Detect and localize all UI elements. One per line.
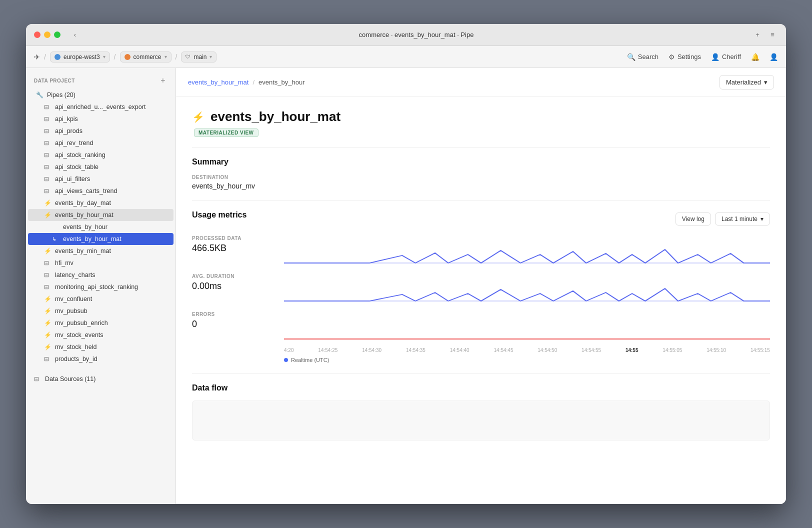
processed-data-value: 466.5KB bbox=[192, 243, 272, 254]
data-sources-icon: ⊟ bbox=[34, 376, 41, 382]
metrics-title: Usage metrics bbox=[192, 210, 246, 220]
back-button[interactable]: ‹ bbox=[70, 30, 80, 40]
x-label-11: 14:55:15 bbox=[750, 348, 770, 353]
summary-section: Summary DESTINATION events_by_hour_mv bbox=[192, 158, 770, 190]
metrics-header: Usage metrics View log Last 1 minute ▾ bbox=[192, 210, 770, 228]
x-label-9: 14:55:05 bbox=[662, 348, 682, 353]
sidebar-item-data-sources[interactable]: ⊟ Data Sources (11) bbox=[34, 373, 168, 385]
content-area: DATA PROJECT + 🔧 Pipes (20) ⊟ api_enrich… bbox=[26, 68, 786, 504]
processed-data-chart bbox=[284, 236, 770, 266]
sidebar-item-mv-pubsub[interactable]: ⚡ mv_pubsub bbox=[28, 305, 174, 317]
sidebar-item-api-prods[interactable]: ⊟ api_prods bbox=[28, 125, 174, 137]
item-label-21: mv_stock_held bbox=[55, 344, 96, 350]
sidebar-item-api-enriched[interactable]: ⊟ api_enriched_u..._events_export bbox=[28, 101, 174, 113]
sidebar-item-events-by-hour[interactable]: events_by_hour bbox=[28, 221, 174, 233]
sidebar-add-button[interactable]: + bbox=[158, 76, 168, 85]
mat-icon-stock-held: ⚡ bbox=[44, 344, 51, 350]
section-divider-2 bbox=[192, 200, 770, 200]
errors-label-col: ERRORS 0 bbox=[192, 312, 272, 330]
item-label-1: api_enriched_u..._events_export bbox=[55, 104, 146, 110]
branch-breadcrumb[interactable]: 🛡 main ▾ bbox=[181, 52, 216, 62]
branch-caret: ▾ bbox=[210, 54, 212, 60]
sidebar-item-events-by-min-mat[interactable]: ⚡ events_by_min_mat bbox=[28, 245, 174, 257]
sidebar-item-mv-stock-events[interactable]: ⚡ mv_stock_events bbox=[28, 329, 174, 341]
pipe-icon-1: ⊟ bbox=[44, 104, 51, 110]
avg-duration-svg bbox=[284, 274, 770, 304]
sidebar-item-pipes[interactable]: 🔧 Pipes (20) bbox=[28, 89, 174, 101]
errors-chart bbox=[284, 312, 770, 342]
pipe-icon-3: ⊟ bbox=[44, 128, 51, 134]
branch-label: main bbox=[194, 54, 206, 60]
breadcrumb-parent-link[interactable]: events_by_hour_mat bbox=[188, 78, 248, 86]
processed-data-label: PROCESSED DATA bbox=[192, 236, 272, 241]
pipe-icon-latency: ⊟ bbox=[44, 272, 51, 278]
x-label-2: 14:54:30 bbox=[362, 348, 382, 353]
titlebar-actions: + ≡ bbox=[752, 30, 778, 40]
destination-field: DESTINATION events_by_hour_mv bbox=[192, 174, 770, 190]
breadcrumb-separator: / bbox=[252, 78, 254, 86]
page-title-row: ⚡ events_by_hour_mat bbox=[192, 109, 770, 124]
nav-sep-2: / bbox=[114, 53, 116, 61]
errors-svg bbox=[284, 312, 770, 342]
sidebar-item-events-by-day-mat[interactable]: ⚡ events_by_day_mat bbox=[28, 197, 174, 209]
sidebar-item-events-by-hour-mat-node[interactable]: ↳ events_by_hour_mat bbox=[28, 233, 174, 245]
item-label-19: mv_pubsub_enrich bbox=[55, 320, 108, 326]
sidebar-item-api-stock-table[interactable]: ⊟ api_stock_table bbox=[28, 161, 174, 173]
mat-icon-pubsub-enrich: ⚡ bbox=[44, 320, 51, 326]
profile-button[interactable]: 👤 bbox=[770, 53, 778, 61]
sidebar-item-api-views-carts[interactable]: ⊟ api_views_carts_trend bbox=[28, 185, 174, 197]
materialized-button[interactable]: Materialized ▾ bbox=[720, 75, 774, 90]
sidebar-item-mv-pubsub-enrich[interactable]: ⚡ mv_pubsub_enrich bbox=[28, 317, 174, 329]
region-breadcrumb[interactable]: europe-west3 ▾ bbox=[50, 52, 110, 62]
sidebar-item-monitoring[interactable]: ⊟ monitoring_api_stock_ranking bbox=[28, 281, 174, 293]
x-label-3: 14:54:35 bbox=[406, 348, 426, 353]
project-label: commerce bbox=[134, 54, 162, 60]
menu-button[interactable]: ≡ bbox=[767, 30, 778, 40]
data-flow-section: Data flow bbox=[192, 384, 770, 440]
data-flow-box bbox=[192, 400, 770, 440]
user-button[interactable]: 👤 Cheriff bbox=[711, 53, 741, 61]
pipe-icon-hfi: ⊟ bbox=[44, 260, 51, 266]
item-label-14: hfi_mv bbox=[55, 260, 74, 266]
item-label-2: api_kpis bbox=[55, 116, 78, 122]
sidebar-item-products-by-id[interactable]: ⊟ products_by_id bbox=[28, 353, 174, 365]
sidebar-item-mv-confluent[interactable]: ⚡ mv_confluent bbox=[28, 293, 174, 305]
x-label-1: 14:54:25 bbox=[318, 348, 338, 353]
main-body: ⚡ events_by_hour_mat MATERIALIZED VIEW S… bbox=[176, 97, 786, 504]
navbar: ✈ / europe-west3 ▾ / commerce ▾ / 🛡 main… bbox=[26, 46, 786, 68]
titlebar: ‹ commerce · events_by_hour_mat · Pipe +… bbox=[26, 24, 786, 46]
avg-duration-row: AVG. DURATION 0.00ms bbox=[192, 274, 770, 304]
project-breadcrumb[interactable]: commerce ▾ bbox=[120, 52, 172, 62]
sidebar-item-latency-charts[interactable]: ⊟ latency_charts bbox=[28, 269, 174, 281]
view-log-button[interactable]: View log bbox=[676, 212, 711, 226]
time-select-button[interactable]: Last 1 minute ▾ bbox=[715, 212, 770, 226]
minimize-button[interactable] bbox=[44, 32, 50, 38]
sidebar-item-api-stock-ranking[interactable]: ⊟ api_stock_ranking bbox=[28, 149, 174, 161]
region-dot bbox=[54, 54, 60, 60]
sidebar-item-api-rev-trend[interactable]: ⊟ api_rev_trend bbox=[28, 137, 174, 149]
sidebar-item-hfi-mv[interactable]: ⊟ hfi_mv bbox=[28, 257, 174, 269]
destination-label: DESTINATION bbox=[192, 174, 770, 180]
pipe-icon-6: ⊟ bbox=[44, 164, 51, 170]
data-sources-label: Data Sources (11) bbox=[45, 376, 96, 382]
breadcrumb-child: events_by_hour bbox=[258, 78, 305, 86]
settings-button[interactable]: ⚙ Settings bbox=[668, 53, 701, 61]
home-icon[interactable]: ✈ bbox=[34, 53, 40, 61]
errors-value: 0 bbox=[192, 319, 272, 330]
close-button[interactable] bbox=[34, 32, 40, 38]
item-label-7: api_ui_filters bbox=[55, 176, 90, 182]
sidebar-item-events-by-hour-mat[interactable]: ⚡ events_by_hour_mat bbox=[28, 209, 174, 221]
notifications-button[interactable]: 🔔 bbox=[751, 53, 760, 61]
mat-icon-3: ⚡ bbox=[44, 248, 51, 254]
sidebar-footer: ⊟ Data Sources (11) bbox=[26, 369, 176, 389]
maximize-button[interactable] bbox=[54, 32, 60, 38]
sidebar-item-api-kpis[interactable]: ⊟ api_kpis bbox=[28, 113, 174, 125]
mat-icon-stock-events: ⚡ bbox=[44, 332, 51, 338]
new-tab-button[interactable]: + bbox=[752, 30, 763, 40]
sidebar-header: DATA PROJECT + bbox=[26, 74, 176, 87]
sidebar-item-mv-stock-held[interactable]: ⚡ mv_stock_held bbox=[28, 341, 174, 353]
search-button[interactable]: 🔍 Search bbox=[627, 53, 658, 61]
item-label-10: events_by_hour_mat bbox=[55, 212, 114, 218]
sidebar-item-api-ui-filters[interactable]: ⊟ api_ui_filters bbox=[28, 173, 174, 185]
nav-right: 🔍 Search ⚙ Settings 👤 Cheriff 🔔 👤 bbox=[627, 53, 778, 61]
